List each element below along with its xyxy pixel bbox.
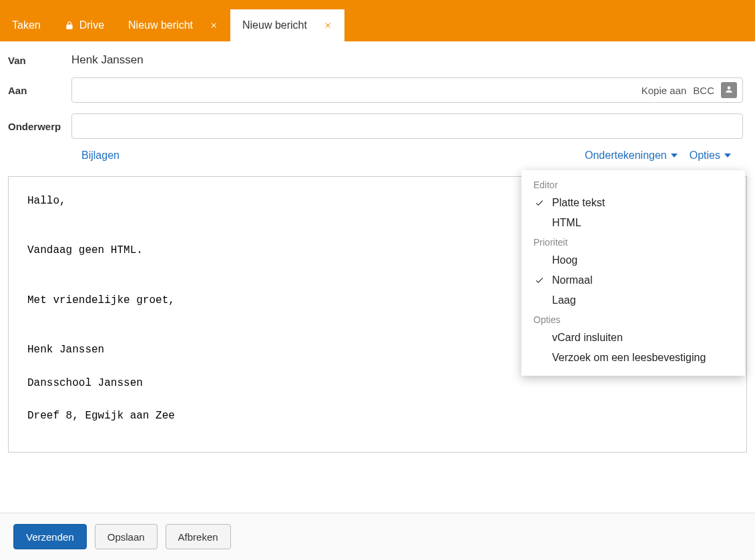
addressbook-icon — [724, 85, 734, 96]
option-plain-text[interactable]: Platte tekst — [521, 193, 745, 213]
subject-label: Onderwerp — [8, 121, 71, 132]
attachments-link[interactable]: Bijlagen — [81, 150, 119, 162]
compose-form: Van Henk Janssen Aan Kopie aan BCC O — [0, 41, 755, 139]
tab-drive[interactable]: Drive — [53, 9, 116, 41]
contacts-button[interactable] — [721, 82, 737, 98]
footer-actions: Verzenden Opslaan Afbreken — [0, 513, 755, 560]
tab-label: Nieuw bericht — [128, 19, 193, 31]
to-input[interactable] — [77, 78, 642, 102]
menu-header-editor: Editor — [521, 176, 745, 193]
options-menu: Editor Platte tekst HTML Prioriteit Hoog… — [521, 170, 745, 376]
option-label: vCard insluiten — [552, 332, 623, 344]
signatures-label: Ondertekeningen — [585, 150, 667, 162]
option-label: Platte tekst — [552, 197, 605, 209]
option-label: Laag — [552, 294, 576, 306]
option-label: Verzoek om een leesbevestiging — [552, 352, 706, 364]
check-icon — [533, 276, 545, 285]
option-priority-normal[interactable]: Normaal — [521, 270, 745, 290]
to-field-wrapper: Kopie aan BCC — [71, 77, 743, 103]
cancel-button[interactable]: Afbreken — [166, 524, 231, 549]
close-icon[interactable] — [210, 21, 218, 29]
option-vcard[interactable]: vCard insluiten — [521, 328, 745, 348]
option-label: Normaal — [552, 274, 592, 286]
subject-input[interactable] — [77, 114, 737, 138]
options-dropdown[interactable]: Opties — [690, 150, 731, 162]
compose-toolbar: Bijlagen Ondertekeningen Opties — [8, 150, 731, 162]
menu-header-options: Opties — [521, 310, 745, 328]
tab-label: Drive — [79, 19, 104, 31]
menu-header-priority: Prioriteit — [521, 233, 745, 250]
option-priority-high[interactable]: Hoog — [521, 250, 745, 270]
tab-bar: Taken Drive Nieuw bericht Nieuw bericht — [0, 9, 755, 41]
option-read-receipt[interactable]: Verzoek om een leesbevestiging — [521, 348, 745, 368]
send-button[interactable]: Verzenden — [13, 524, 87, 549]
signatures-dropdown[interactable]: Ondertekeningen — [585, 150, 678, 162]
to-label: Aan — [8, 85, 71, 96]
lock-icon — [65, 21, 74, 30]
top-accent-bar — [0, 0, 755, 9]
tab-label: Nieuw bericht — [242, 19, 307, 31]
check-icon — [533, 198, 545, 208]
option-label: Hoog — [552, 254, 577, 266]
chevron-down-icon — [724, 154, 731, 158]
chevron-down-icon — [671, 154, 678, 158]
option-label: HTML — [552, 217, 581, 229]
attachments-label: Bijlagen — [81, 150, 119, 162]
bcc-link[interactable]: BCC — [693, 85, 714, 96]
cc-link[interactable]: Kopie aan — [642, 85, 687, 96]
option-html[interactable]: HTML — [521, 213, 745, 233]
from-value: Henk Janssen — [71, 53, 743, 67]
options-label: Opties — [690, 150, 720, 162]
save-button[interactable]: Opslaan — [95, 524, 158, 549]
editor-container: Editor Platte tekst HTML Prioriteit Hoog… — [8, 176, 747, 453]
option-priority-low[interactable]: Laag — [521, 290, 745, 310]
close-icon[interactable] — [324, 21, 332, 29]
tab-new-message-2[interactable]: Nieuw bericht — [230, 9, 344, 41]
subject-field-wrapper — [71, 113, 743, 139]
from-label: Van — [8, 55, 71, 66]
tab-label: Taken — [12, 19, 41, 31]
tab-taken[interactable]: Taken — [0, 9, 53, 41]
tab-new-message-1[interactable]: Nieuw bericht — [116, 9, 230, 41]
